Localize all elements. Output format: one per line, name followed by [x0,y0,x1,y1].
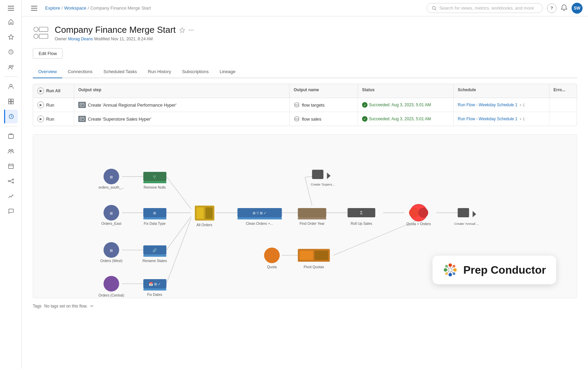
breadcrumb-current: Company Finance Merge Start [90,5,151,11]
row1-run-button[interactable]: ▶ [37,101,44,108]
svg-rect-111 [299,251,313,260]
svg-rect-9 [11,99,13,101]
page-title-text: Company Finance Merge Start [55,25,176,35]
svg-point-15 [11,150,13,151]
tab-scheduled-tasks[interactable]: Scheduled Tasks [98,66,142,78]
svg-point-47 [295,117,299,119]
topbar: Explore / Workspace / Company Finance Me… [22,0,588,16]
modified-date: Nov 11, 2021, 8:24 AM [111,37,153,41]
star-icon[interactable] [179,27,185,33]
sidebar-item-grid[interactable] [4,95,18,108]
flow-diagram: ⊞ orders_south_... ▽ Remove Nulls ⊞ Orde… [33,134,577,298]
help-icon[interactable]: ? [547,3,557,13]
sidebar-item-calendar[interactable] [4,159,18,173]
tags-section: Tags No tags set on this flow. ✏ [33,304,577,309]
breadcrumb-explore[interactable]: Explore [45,5,60,11]
row1-schedule-extra: + 1 [520,103,525,107]
sidebar-item-home[interactable] [4,15,18,29]
row1-schedule-link[interactable]: Run Flow - Weekday Schedule 1 [458,102,518,107]
sidebar-toggle[interactable] [4,3,18,14]
svg-text:Create 'Annual ...: Create 'Annual ... [454,222,479,226]
svg-line-62 [333,220,418,255]
svg-point-6 [12,65,13,67]
svg-rect-2 [8,10,14,11]
svg-marker-36 [180,27,185,32]
svg-rect-118 [143,288,166,290]
row2-run: ▶ Run [33,112,74,126]
sidebar-item-favorites[interactable] [4,30,18,44]
row2-db-icon [294,116,300,122]
more-options-icon[interactable] [188,27,194,33]
owner-name[interactable]: Morag Deans [68,37,93,41]
row1-check-icon: ✓ [362,102,368,108]
breadcrumb-sep-2: / [88,5,89,11]
svg-point-39 [192,29,193,30]
sidebar [0,0,22,369]
svg-point-43 [295,103,299,105]
content-area: Company Finance Merge Start Owner Morag … [22,16,588,369]
notifications-icon[interactable] [561,4,567,12]
svg-rect-44 [80,117,84,121]
avatar[interactable]: SW [572,3,583,14]
prep-conductor-badge: Prep Conductor [432,256,556,284]
edit-flow-button[interactable]: Edit Flow [33,48,63,59]
svg-text:Fix Dates: Fix Dates [147,293,162,297]
output-table: ▶ Run All Output step Output name Status… [33,84,577,126]
search-bar[interactable]: Search for views, metrics, workbooks, an… [427,3,543,13]
row1-db-icon [294,102,300,108]
svg-point-22 [12,182,14,183]
tab-connections[interactable]: Connections [62,66,98,78]
breadcrumb-sep-1: / [62,5,63,11]
svg-point-20 [8,180,9,182]
table-row: ▶ Run Create 'Superstore Sales Hyper' fl… [33,112,577,126]
col-errors: Erro... [549,84,577,98]
tab-lineage[interactable]: Lineage [214,66,241,78]
svg-point-136 [445,265,448,268]
run-all-button[interactable]: ▶ [37,87,44,94]
sidebar-divider-2 [4,126,18,126]
row2-status-badge: ✓ Succeeded: Aug 3, 2023, 5:01 AM [362,116,431,122]
sidebar-item-recents[interactable] [4,45,18,59]
svg-point-128 [453,268,457,272]
modified-label: Modified [94,37,109,41]
svg-text:Orders (Central): Orders (Central) [98,293,124,297]
svg-text:Roll Up Sales: Roll Up Sales [351,222,372,226]
svg-rect-25 [31,6,37,6]
tab-subscriptions[interactable]: Subscriptions [176,66,214,78]
svg-line-29 [435,9,437,10]
search-icon [432,6,437,11]
svg-text:Fix Data Type: Fix Data Type [144,222,166,226]
row2-schedule: Run Flow - Weekday Schedule 1 + 1 [454,112,549,126]
tab-run-history[interactable]: Run History [143,66,177,78]
table-row: ▶ Run Create 'Annual Regional Performanc… [33,98,577,112]
svg-point-38 [191,29,192,30]
topbar-icons: ? SW [547,3,583,14]
breadcrumb: Explore / Workspace / Company Finance Me… [45,5,423,11]
row1-errors [549,98,577,112]
svg-rect-88 [298,217,326,219]
breadcrumb-workspace[interactable]: Workspace [64,5,86,11]
tags-value: No tags set on this flow. [44,304,88,309]
main-content: Explore / Workspace / Company Finance Me… [22,0,588,369]
sidebar-item-shared[interactable] [4,60,18,74]
tab-overview[interactable]: Overview [33,66,62,78]
row2-schedule-link[interactable]: Run Flow - Weekday Schedule 1 [458,117,518,121]
sidebar-item-metrics[interactable] [4,189,18,203]
row1-schedule: Run Flow - Weekday Schedule 1 + 1 [454,98,549,112]
svg-text:Rename States: Rename States [143,259,167,263]
row2-output-icon [78,116,86,122]
svg-marker-99 [472,211,476,217]
sidebar-item-collections[interactable] [4,129,18,143]
sidebar-item-lineage[interactable] [4,174,18,188]
sidebar-item-tasks[interactable] [4,110,18,123]
svg-point-14 [9,150,10,151]
tags-edit-icon[interactable]: ✏ [90,304,94,309]
svg-point-126 [449,273,452,276]
sidebar-item-comments[interactable] [4,204,18,218]
sidebar-item-user[interactable] [4,80,18,93]
svg-rect-8 [8,99,10,101]
svg-point-37 [189,29,190,30]
collapse-sidebar-btn[interactable] [27,3,41,14]
row2-run-button[interactable]: ▶ [37,115,44,122]
sidebar-item-groups[interactable] [4,144,18,158]
